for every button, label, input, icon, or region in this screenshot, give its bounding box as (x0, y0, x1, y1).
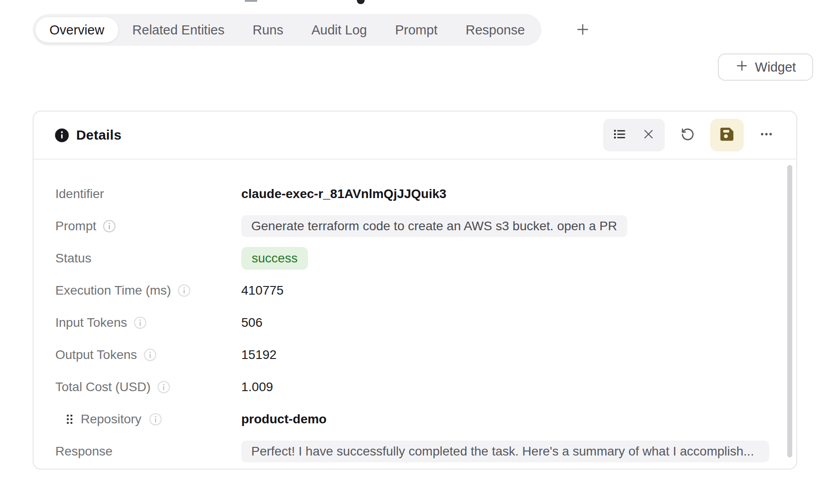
output-tokens-value: 15192 (241, 348, 277, 362)
ellipsis-icon (759, 127, 774, 143)
identifier-value: claude-exec-r_81AVnlmQjJJQuik3 (241, 187, 446, 201)
total-cost-value: 1.009 (241, 380, 273, 394)
field-row-repository: Repository product-demo (55, 403, 769, 435)
tab-audit-log[interactable]: Audit Log (297, 17, 381, 43)
field-row-output-tokens: Output Tokens 15192 (55, 339, 769, 371)
field-row-input-tokens: Input Tokens 506 (55, 306, 769, 339)
tab-bar: Overview Related Entities Runs Audit Log… (33, 14, 541, 46)
status-badge: success (241, 247, 308, 270)
field-label: Identifier (55, 187, 104, 201)
save-icon (719, 126, 735, 144)
repository-value: product-demo (241, 412, 327, 426)
cropped-page-title-fragment (245, 0, 257, 2)
more-options-button[interactable] (754, 122, 779, 148)
cropped-page-title-fragment (357, 0, 365, 4)
list-icon (613, 127, 626, 143)
tab-response[interactable]: Response (452, 17, 539, 43)
add-widget-label: Widget (755, 60, 796, 75)
execution-time-value: 410775 (241, 283, 283, 298)
field-label: Output Tokens (55, 348, 137, 362)
undo-icon (681, 127, 695, 143)
field-row-total-cost: Total Cost (USD) 1.009 (55, 371, 769, 403)
field-label: Total Cost (USD) (55, 380, 151, 394)
info-icon[interactable] (133, 316, 147, 330)
details-card: Details (33, 111, 797, 470)
plus-icon (735, 59, 749, 76)
tab-runs[interactable]: Runs (239, 17, 297, 43)
field-row-identifier: Identifier claude-exec-r_81AVnlmQjJJQuik… (55, 178, 769, 210)
drag-handle-icon[interactable] (66, 414, 73, 425)
save-button[interactable] (710, 119, 744, 151)
field-row-prompt: Prompt Generate terraform code to create… (55, 210, 769, 242)
input-tokens-value: 506 (241, 315, 263, 330)
field-row-status: Status success (55, 242, 769, 274)
field-label: Response (55, 444, 112, 459)
field-label: Repository (81, 412, 141, 426)
add-widget-button[interactable]: Widget (718, 53, 813, 81)
page: { "tabs": { "items": [ {"label": "Overvi… (0, 0, 819, 504)
info-icon[interactable] (102, 219, 116, 233)
card-toolbar (603, 119, 779, 151)
close-icon (642, 128, 655, 142)
card-scrollbar[interactable] (787, 165, 792, 457)
info-icon[interactable] (149, 412, 162, 426)
field-label: Input Tokens (55, 315, 127, 330)
field-label: Status (55, 251, 91, 266)
card-title: Details (76, 127, 122, 143)
field-row-response: Response Perfect! I have successfully co… (55, 435, 769, 467)
view-toggle-group (603, 119, 665, 151)
plus-icon (575, 22, 590, 39)
info-filled-icon (54, 128, 69, 143)
info-icon[interactable] (177, 284, 191, 297)
info-icon[interactable] (157, 380, 171, 394)
undo-button[interactable] (675, 122, 700, 148)
info-icon[interactable] (143, 348, 157, 362)
details-field-list: Identifier claude-exec-r_81AVnlmQjJJQuik… (34, 160, 796, 467)
response-value[interactable]: Perfect! I have successfully completed t… (241, 441, 769, 462)
field-label: Prompt (55, 219, 96, 233)
add-tab-button[interactable] (572, 20, 593, 41)
field-label: Execution Time (ms) (55, 283, 171, 298)
tab-overview[interactable]: Overview (35, 17, 118, 43)
details-card-header: Details (34, 111, 796, 160)
tab-related-entities[interactable]: Related Entities (118, 17, 239, 43)
list-view-button[interactable] (607, 122, 632, 148)
tab-prompt[interactable]: Prompt (381, 17, 451, 43)
prompt-value[interactable]: Generate terraform code to create an AWS… (241, 215, 627, 237)
field-row-execution-time: Execution Time (ms) 410775 (55, 274, 769, 306)
close-button[interactable] (636, 122, 661, 148)
